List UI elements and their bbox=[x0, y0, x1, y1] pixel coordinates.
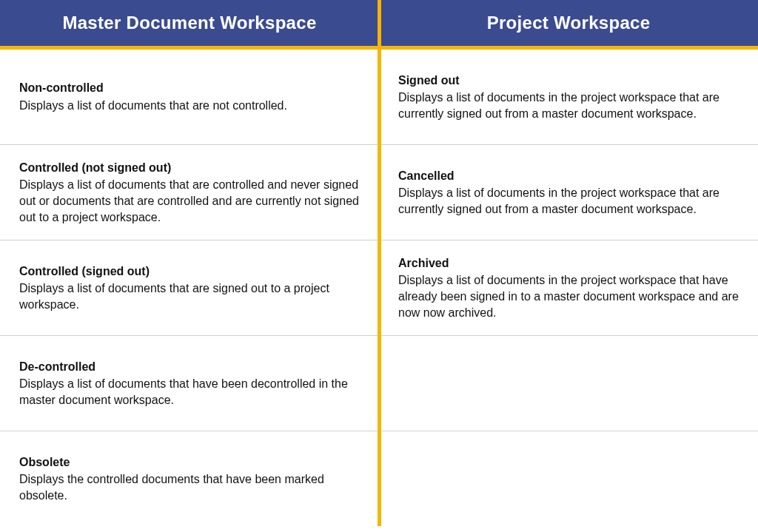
center-divider bbox=[378, 0, 381, 526]
item-desc: Displays a list of documents in the proj… bbox=[398, 90, 739, 121]
item-title: Signed out bbox=[398, 73, 739, 89]
header-right: Project Workspace bbox=[379, 0, 758, 46]
item-desc: Displays a list of documents that are no… bbox=[19, 98, 360, 114]
cell-left-3: De-controlled Displays a list of documen… bbox=[0, 336, 379, 431]
cell-right-2: Archived Displays a list of documents in… bbox=[379, 240, 758, 335]
header-left: Master Document Workspace bbox=[0, 0, 379, 46]
item-title: Controlled (signed out) bbox=[19, 263, 360, 280]
cell-left-2: Controlled (signed out) Displays a list … bbox=[0, 240, 379, 335]
item-title: De-controlled bbox=[19, 359, 360, 375]
item-desc: Displays a list of documents that have b… bbox=[19, 376, 360, 408]
item-title: Non-controlled bbox=[19, 80, 360, 96]
cell-right-0: Signed out Displays a list of documents … bbox=[379, 50, 758, 144]
cell-left-1: Controlled (not signed out) Displays a l… bbox=[0, 145, 379, 240]
item-desc: Displays a list of documents that are co… bbox=[19, 177, 360, 225]
item-desc: Displays the controlled documents that h… bbox=[19, 471, 360, 503]
cell-right-3 bbox=[379, 336, 758, 431]
cell-left-4: Obsolete Displays the controlled documen… bbox=[0, 431, 379, 526]
item-desc: Displays a list of documents that are si… bbox=[19, 280, 360, 312]
item-desc: Displays a list of documents in the proj… bbox=[398, 272, 739, 320]
cell-left-0: Non-controlled Displays a list of docume… bbox=[0, 50, 379, 144]
cell-right-4 bbox=[379, 431, 758, 526]
item-title: Archived bbox=[398, 255, 739, 272]
item-desc: Displays a list of documents in the proj… bbox=[398, 185, 739, 217]
item-title: Cancelled bbox=[398, 168, 739, 184]
item-title: Obsolete bbox=[19, 454, 360, 471]
item-title: Controlled (not signed out) bbox=[19, 160, 360, 176]
cell-right-1: Cancelled Displays a list of documents i… bbox=[379, 145, 758, 240]
comparison-table: Master Document Workspace Project Worksp… bbox=[0, 0, 758, 526]
